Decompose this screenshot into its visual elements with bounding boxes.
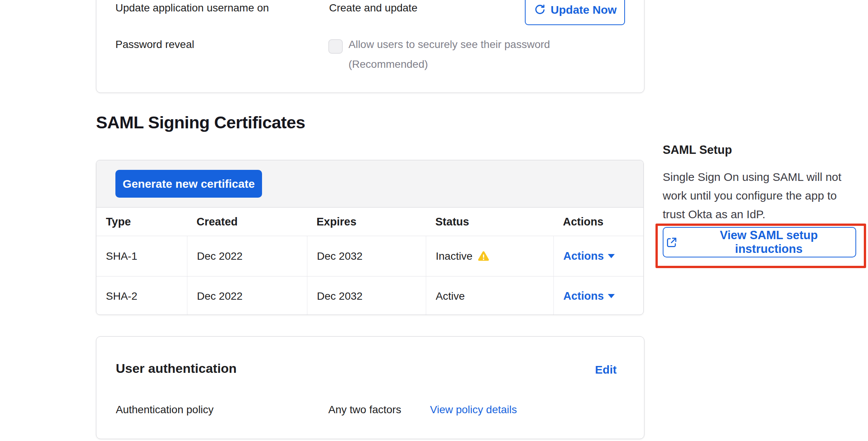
actions-label: Actions bbox=[563, 290, 604, 302]
cell-status: Active bbox=[426, 276, 553, 315]
saml-setup-description: Single Sign On using SAML will not work … bbox=[663, 168, 841, 224]
cell-type: SHA-1 bbox=[96, 236, 187, 276]
certificates-table-header: Type Created Expires Status Actions bbox=[96, 208, 643, 236]
page: Update application username on Create an… bbox=[0, 0, 868, 441]
authentication-policy-value: Any two factors bbox=[328, 404, 401, 416]
update-now-label: Update Now bbox=[551, 3, 617, 16]
saml-setup-heading: SAML Setup bbox=[663, 143, 732, 157]
certificates-table-body: SHA-1 Dec 2022 Dec 2032 Inactive bbox=[96, 236, 643, 315]
saml-setup-description-line: work until you configure the app to bbox=[663, 186, 841, 205]
username-update-value: Create and update bbox=[329, 2, 417, 14]
username-update-label: Update application username on bbox=[115, 2, 269, 14]
status-text: Active bbox=[436, 290, 465, 302]
cell-status: Inactive bbox=[426, 236, 553, 276]
certificates-panel: Generate new certificate Type Created Ex… bbox=[96, 160, 644, 315]
table-row-sha2: SHA-2 Dec 2022 Dec 2032 Active Actions bbox=[96, 276, 643, 315]
column-header-expires: Expires bbox=[307, 208, 426, 236]
column-header-actions: Actions bbox=[553, 208, 643, 236]
column-header-type: Type bbox=[96, 208, 187, 236]
generate-certificate-button[interactable]: Generate new certificate bbox=[115, 170, 262, 198]
page-title: SAML Signing Certificates bbox=[96, 113, 305, 133]
view-saml-setup-instructions-button[interactable]: View SAML setup instructions bbox=[663, 227, 856, 257]
user-authentication-card: User authentication Edit Authentication … bbox=[96, 336, 644, 439]
table-row-sha1: SHA-1 Dec 2022 Dec 2032 Inactive bbox=[96, 236, 643, 276]
chevron-down-icon bbox=[608, 294, 615, 298]
saml-setup-description-line: Single Sign On using SAML will not bbox=[663, 168, 841, 186]
password-reveal-checkbox[interactable] bbox=[328, 39, 343, 54]
certificates-toolbar: Generate new certificate bbox=[96, 160, 643, 208]
external-link-icon bbox=[666, 236, 678, 248]
view-saml-setup-instructions-label: View SAML setup instructions bbox=[684, 228, 853, 256]
authentication-policy-label: Authentication policy bbox=[116, 404, 214, 416]
cell-created: Dec 2022 bbox=[187, 276, 307, 315]
edit-link[interactable]: Edit bbox=[595, 363, 617, 376]
cell-actions: Actions bbox=[553, 236, 643, 276]
signon-settings-card: Update application username on Create an… bbox=[96, 0, 644, 93]
actions-dropdown[interactable]: Actions bbox=[563, 250, 615, 262]
password-reveal-checkbox-text: Allow users to securely see their passwo… bbox=[348, 38, 550, 51]
status-text: Inactive bbox=[436, 250, 473, 262]
warning-icon bbox=[478, 251, 489, 262]
password-reveal-label: Password reveal bbox=[115, 38, 194, 51]
password-reveal-recommended-note: (Recommended) bbox=[348, 58, 428, 70]
cell-expires: Dec 2032 bbox=[307, 276, 426, 315]
user-authentication-title: User authentication bbox=[116, 361, 237, 376]
actions-label: Actions bbox=[563, 250, 604, 262]
view-policy-details-link[interactable]: View policy details bbox=[430, 404, 517, 416]
actions-dropdown[interactable]: Actions bbox=[563, 290, 615, 302]
saml-setup-description-line: trust Okta as an IdP. bbox=[663, 205, 841, 224]
cell-type: SHA-2 bbox=[96, 276, 187, 315]
cell-actions: Actions bbox=[553, 276, 643, 315]
update-now-button[interactable]: Update Now bbox=[525, 0, 625, 25]
chevron-down-icon bbox=[608, 254, 615, 258]
refresh-icon bbox=[533, 4, 545, 16]
cell-expires: Dec 2032 bbox=[307, 236, 426, 276]
column-header-created: Created bbox=[187, 208, 307, 236]
column-header-status: Status bbox=[426, 208, 553, 236]
cell-created: Dec 2022 bbox=[187, 236, 307, 276]
